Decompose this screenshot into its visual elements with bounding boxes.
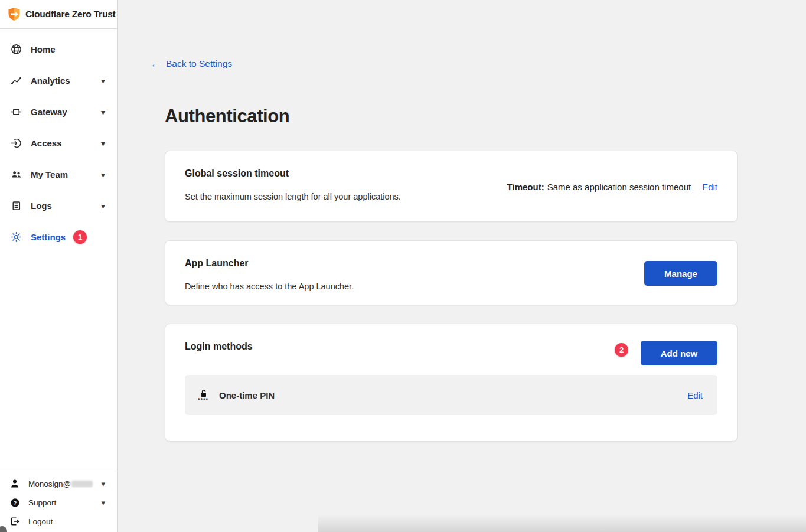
- annotation-badge-2: 2: [615, 343, 628, 357]
- edit-timeout-link[interactable]: Edit: [702, 182, 717, 192]
- card-title: Global session timeout: [185, 168, 289, 179]
- card-title: Login methods: [185, 341, 253, 352]
- user-email-redacted: [71, 481, 93, 487]
- user-icon: [9, 478, 21, 489]
- login-method-name: One-time PIN: [219, 390, 275, 400]
- login-method-row: **** One-time PIN Edit: [185, 375, 717, 415]
- chevron-down-icon[interactable]: ▾: [101, 202, 105, 210]
- one-time-pin-icon: ****: [197, 389, 210, 402]
- sidebar-item-access[interactable]: Access ▾: [0, 128, 117, 159]
- team-icon: [9, 169, 22, 180]
- logs-icon: [9, 200, 22, 211]
- sidebar-item-label: Settings: [31, 232, 66, 242]
- sidebar-item-my-team[interactable]: My Team ▾: [0, 159, 117, 190]
- sidebar-item-label: Home: [31, 44, 56, 54]
- chevron-down-icon[interactable]: ▾: [101, 499, 105, 507]
- card-description: Set the maximum session length for all y…: [185, 192, 401, 201]
- user-email: Monosign@: [28, 479, 71, 488]
- annotation-badge-1: 1: [73, 230, 87, 244]
- timeout-row: Timeout:Same as application session time…: [507, 151, 717, 223]
- back-link-label: Back to Settings: [166, 58, 232, 69]
- sidebar-item-label: Gateway: [31, 107, 67, 117]
- logo-row: Cloudflare Zero Trust: [0, 0, 117, 29]
- chevron-down-icon[interactable]: ▾: [101, 108, 105, 116]
- sidebar-item-analytics[interactable]: Analytics ▾: [0, 65, 117, 96]
- chevron-down-icon[interactable]: ▾: [101, 77, 105, 85]
- support-label: Support: [28, 498, 56, 507]
- back-to-settings-link[interactable]: ← Back to Settings: [151, 58, 232, 69]
- timeout-value: Timeout:Same as application session time…: [507, 182, 691, 192]
- gear-icon: [9, 231, 22, 243]
- sidebar-nav: Home Analytics ▾ Gateway ▾: [0, 29, 117, 253]
- chevron-down-icon[interactable]: ▾: [101, 480, 105, 488]
- access-icon: [9, 138, 22, 149]
- main-content: ← Back to Settings Authentication Global…: [118, 0, 806, 532]
- manage-button[interactable]: Manage: [644, 261, 717, 286]
- sidebar-item-label: Logs: [31, 201, 52, 211]
- chevron-down-icon[interactable]: ▾: [101, 171, 105, 179]
- sidebar-item-settings[interactable]: Settings 1: [0, 221, 117, 253]
- timeout-label: Timeout:: [507, 182, 544, 192]
- support-menu[interactable]: ? Support ▾: [0, 493, 117, 512]
- add-new-button[interactable]: Add new: [641, 341, 717, 365]
- sidebar: Cloudflare Zero Trust Home Analytics ▾: [0, 0, 118, 532]
- logout-icon: [9, 516, 21, 527]
- sidebar-item-label: Access: [31, 138, 62, 148]
- global-session-timeout-card: Global session timeout Set the maximum s…: [165, 151, 738, 222]
- back-arrow-icon: ←: [151, 59, 161, 69]
- chevron-down-icon[interactable]: ▾: [101, 139, 105, 148]
- card-description: Define who has access to the App Launche…: [185, 282, 354, 291]
- logout-button[interactable]: Logout: [0, 512, 117, 531]
- pin-stars: ****: [198, 398, 208, 402]
- sidebar-item-logs[interactable]: Logs ▾: [0, 190, 117, 221]
- gateway-icon: [9, 106, 22, 118]
- sidebar-item-label: Analytics: [31, 76, 70, 86]
- card-title: App Launcher: [185, 258, 249, 269]
- cloudflare-zero-trust-logo-icon: [8, 7, 21, 21]
- analytics-icon: [9, 75, 22, 86]
- page-title: Authentication: [165, 106, 289, 127]
- login-methods-card: Login methods 2 Add new **** One-time PI…: [165, 324, 738, 442]
- globe-icon: [9, 44, 22, 55]
- app-launcher-card: App Launcher Define who has access to th…: [165, 240, 738, 305]
- app-title: Cloudflare Zero Trust: [25, 9, 116, 19]
- user-account-menu[interactable]: Monosign@ ▾: [0, 474, 117, 493]
- help-icon: ?: [9, 498, 21, 508]
- logout-label: Logout: [28, 517, 53, 526]
- sidebar-item-home[interactable]: Home: [0, 34, 117, 65]
- sidebar-item-gateway[interactable]: Gateway ▾: [0, 96, 117, 128]
- sidebar-footer: Monosign@ ▾ ? Support ▾ Logout: [0, 471, 117, 532]
- svg-text:?: ?: [13, 499, 17, 505]
- sidebar-item-label: My Team: [31, 169, 68, 179]
- bottom-window-shadow: [318, 514, 806, 532]
- edit-login-method-link[interactable]: Edit: [687, 390, 703, 400]
